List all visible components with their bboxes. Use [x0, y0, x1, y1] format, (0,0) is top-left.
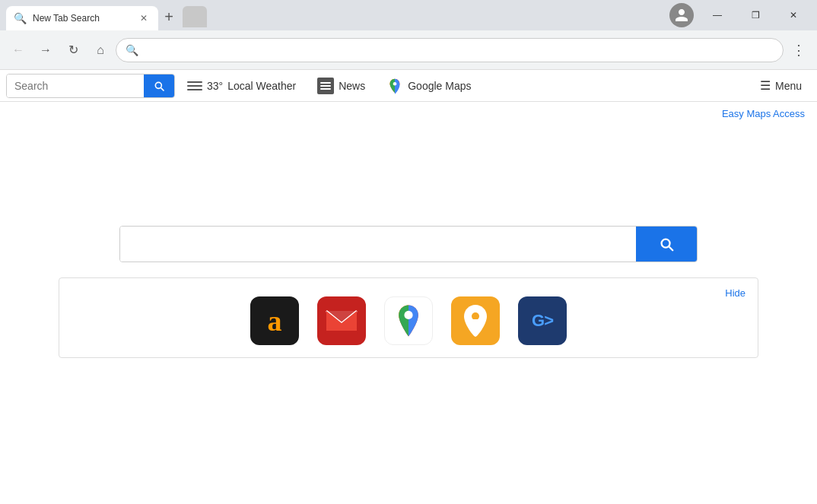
tab-close-button[interactable]: ✕	[137, 11, 151, 25]
forward-button[interactable]: →	[33, 38, 58, 62]
address-search-icon: 🔍	[126, 44, 138, 56]
news-icon	[317, 78, 334, 94]
svg-point-0	[393, 81, 397, 85]
toolbar-search-input[interactable]	[7, 74, 144, 97]
weather-link[interactable]: 33° Local Weather	[178, 74, 305, 98]
maps2-icon	[451, 296, 500, 345]
google-maps-icon	[386, 78, 403, 94]
main-content: Hide a	[0, 119, 817, 423]
gmail-icon	[317, 296, 366, 345]
weather-temp: 33°	[207, 80, 223, 92]
toolbar-search-widget[interactable]	[6, 74, 175, 98]
home-button[interactable]: ⌂	[88, 38, 113, 62]
profile-button[interactable]	[669, 3, 694, 27]
news-link[interactable]: News	[308, 74, 374, 98]
news-label: News	[339, 80, 365, 92]
center-search-input[interactable]	[120, 227, 636, 262]
maps-label: Google Maps	[408, 80, 471, 92]
weather-label: Local Weather	[227, 80, 296, 92]
menu-button[interactable]: ☰ Menu	[751, 74, 811, 98]
hamburger-icon: ☰	[760, 78, 771, 93]
placeholder-tab	[183, 6, 207, 27]
shortcut-gmail[interactable]	[317, 296, 366, 345]
close-button[interactable]: ✕	[776, 3, 811, 27]
window-controls: — ❒ ✕	[700, 3, 811, 27]
minimize-button[interactable]: —	[700, 3, 735, 27]
address-input[interactable]	[145, 44, 774, 56]
menu-label: Menu	[775, 80, 802, 92]
new-tab-button[interactable]: +	[158, 6, 180, 27]
shortcut-gs[interactable]: G>	[518, 296, 567, 345]
google-maps-shortcut-icon	[384, 296, 433, 345]
center-search-icon	[658, 236, 675, 252]
refresh-button[interactable]: ↻	[61, 38, 85, 62]
easy-maps-access-link[interactable]: Easy Maps Access	[0, 102, 817, 119]
title-bar: 🔍 New Tab Search ✕ + — ❒ ✕	[0, 0, 817, 30]
toolbar-search-button[interactable]	[144, 74, 174, 97]
toolbar: 33° Local Weather News Google Maps ☰ Men…	[0, 70, 817, 102]
hide-shortcuts-button[interactable]: Hide	[725, 287, 745, 299]
center-search-button[interactable]	[636, 227, 697, 262]
svg-point-3	[472, 312, 479, 320]
shortcuts-icons-row: a	[72, 296, 745, 345]
center-search-bar[interactable]	[119, 226, 698, 262]
weather-lines-icon	[187, 81, 202, 90]
shortcuts-bar: Hide a	[59, 277, 758, 358]
amazon-icon: a	[250, 296, 299, 345]
active-tab[interactable]: 🔍 New Tab Search ✕	[6, 6, 158, 30]
restore-button[interactable]: ❒	[738, 3, 773, 27]
tab-strip: 🔍 New Tab Search ✕ +	[6, 0, 669, 30]
gs-icon: G>	[518, 296, 567, 345]
shortcut-google-maps[interactable]	[384, 296, 433, 345]
shortcut-maps2[interactable]	[451, 296, 500, 345]
svg-point-2	[404, 311, 412, 319]
tab-search-icon: 🔍	[14, 12, 27, 24]
address-bar[interactable]: 🔍	[116, 38, 784, 62]
chrome-menu-button[interactable]: ⋮	[787, 38, 811, 62]
shortcut-amazon[interactable]: a	[250, 296, 299, 345]
google-maps-link[interactable]: Google Maps	[377, 74, 480, 98]
tab-title: New Tab Search	[33, 13, 131, 24]
nav-bar: ← → ↻ ⌂ 🔍 ⋮	[0, 30, 817, 70]
back-button[interactable]: ←	[6, 38, 30, 62]
